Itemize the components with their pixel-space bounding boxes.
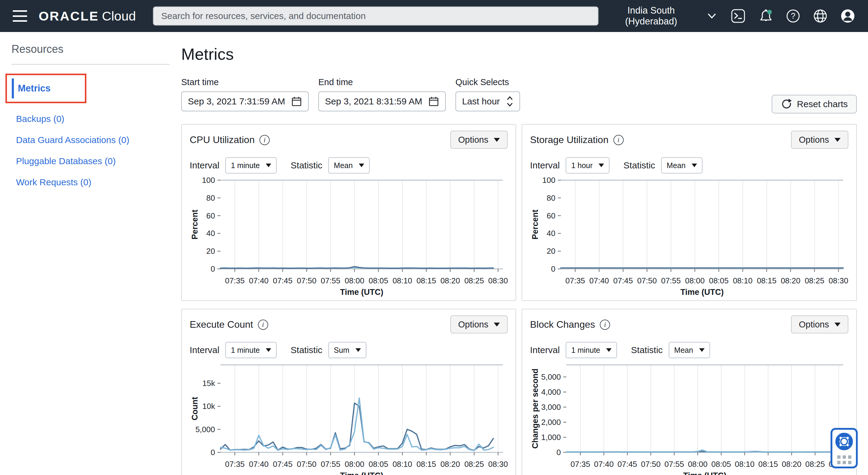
logo-cloud-text: Cloud <box>102 9 135 23</box>
statistic-value: Mean <box>666 161 686 170</box>
topbar: ORACLECloud India South (Hyderabad) <box>0 0 868 32</box>
svg-text:07:45: 07:45 <box>618 460 637 469</box>
user-avatar-icon[interactable] <box>840 8 855 24</box>
svg-text:08:10: 08:10 <box>735 460 754 469</box>
caret-down-icon <box>355 348 361 352</box>
svg-text:07:40: 07:40 <box>249 460 269 469</box>
svg-text:40: 40 <box>206 229 215 238</box>
calendar-icon[interactable] <box>428 96 439 107</box>
svg-text:Time (UTC): Time (UTC) <box>340 287 383 297</box>
help-icon[interactable]: ? <box>786 9 800 23</box>
search-input[interactable] <box>153 6 598 26</box>
svg-text:20: 20 <box>206 246 215 256</box>
info-icon[interactable]: i <box>258 319 268 330</box>
svg-text:5,000: 5,000 <box>195 425 215 434</box>
interval-select[interactable]: 1 minute <box>225 342 277 358</box>
svg-text:07:50: 07:50 <box>297 276 316 285</box>
lifebuoy-icon <box>835 433 853 450</box>
hamburger-menu-icon[interactable] <box>13 10 27 22</box>
svg-text:60: 60 <box>206 211 215 220</box>
quick-selects-label: Quick Selects <box>456 77 520 87</box>
svg-text:Time (UTC): Time (UTC) <box>680 287 724 297</box>
statistic-label: Statistic <box>290 160 322 170</box>
chevron-down-icon <box>707 13 716 19</box>
svg-text:08:00: 08:00 <box>345 460 364 469</box>
sidebar-heading: Resources <box>11 43 175 56</box>
options-button[interactable]: Options <box>791 131 848 149</box>
start-time-input[interactable]: Sep 3, 2021 7:31:59 AM <box>181 92 309 111</box>
interval-select[interactable]: 1 minute <box>566 342 617 358</box>
caret-down-icon <box>835 138 840 142</box>
support-help-widget[interactable] <box>831 428 858 468</box>
options-button[interactable]: Options <box>450 131 508 149</box>
calendar-icon[interactable] <box>291 96 302 107</box>
interval-select[interactable]: 1 hour <box>566 157 610 173</box>
svg-text:07:40: 07:40 <box>594 460 614 469</box>
svg-text:07:40: 07:40 <box>249 276 269 285</box>
reset-charts-button[interactable]: Reset charts <box>772 95 857 113</box>
end-time-input[interactable]: Sep 3, 2021 8:31:59 AM <box>318 92 446 111</box>
start-time-group: Start time Sep 3, 2021 7:31:59 AM <box>181 77 309 111</box>
options-button[interactable]: Options <box>450 315 508 334</box>
caret-down-icon <box>699 348 705 352</box>
end-time-group: End time Sep 3, 2021 8:31:59 AM <box>318 77 446 111</box>
svg-text:08:20: 08:20 <box>782 460 801 469</box>
svg-text:0: 0 <box>211 448 215 457</box>
interval-select[interactable]: 1 minute <box>225 157 277 173</box>
svg-text:100: 100 <box>202 176 215 185</box>
svg-text:08:15: 08:15 <box>416 276 436 285</box>
logo-oracle-text: ORACLE <box>39 9 99 23</box>
svg-text:07:55: 07:55 <box>661 276 681 285</box>
sidebar-item-metrics[interactable]: Metrics <box>18 83 51 94</box>
statistic-select[interactable]: Mean <box>661 157 703 173</box>
info-icon[interactable]: i <box>259 135 270 145</box>
sidebar-item-backups[interactable]: Backups (0) <box>16 113 175 124</box>
caret-down-icon <box>494 138 500 142</box>
card-title: CPU Utilization <box>190 134 255 145</box>
quick-selects-group: Quick Selects Last hour <box>456 77 520 111</box>
info-icon[interactable]: i <box>613 135 624 145</box>
caret-down-icon <box>494 323 500 327</box>
options-button[interactable]: Options <box>791 315 848 334</box>
statistic-label: Statistic <box>631 345 663 355</box>
statistic-select[interactable]: Sum <box>328 342 366 358</box>
statistic-select[interactable]: Mean <box>669 342 710 358</box>
svg-text:Changes per second: Changes per second <box>531 369 540 449</box>
cloud-shell-icon[interactable] <box>731 9 745 23</box>
region-selector[interactable]: India South (Hyderabad) <box>598 5 718 27</box>
svg-text:08:05: 08:05 <box>369 460 388 469</box>
caret-down-icon <box>606 348 612 352</box>
sidebar-item-pluggable-databases[interactable]: Pluggable Databases (0) <box>16 156 175 167</box>
svg-text:08:15: 08:15 <box>757 276 776 285</box>
statistic-select[interactable]: Mean <box>328 157 370 173</box>
cpu-utilization-chart[interactable]: 02040608010007:3507:4007:4507:5007:5508:… <box>190 176 508 298</box>
svg-text:5,000: 5,000 <box>541 372 561 381</box>
sidebar-item-data-guard-associations[interactable]: Data Guard Associations (0) <box>16 135 175 145</box>
block-changes-chart[interactable]: 01,0002,0003,0004,0005,00007:3507:4007:4… <box>530 361 848 475</box>
svg-text:80: 80 <box>206 194 215 203</box>
svg-text:08:05: 08:05 <box>369 276 388 285</box>
options-label: Options <box>458 135 488 145</box>
svg-text:1,000: 1,000 <box>541 433 561 442</box>
quick-selects-dropdown[interactable]: Last hour <box>456 92 520 111</box>
sidebar-item-work-requests[interactable]: Work Requests (0) <box>16 177 175 188</box>
svg-text:15k: 15k <box>203 379 215 388</box>
svg-text:4,000: 4,000 <box>541 387 561 397</box>
svg-text:08:20: 08:20 <box>781 276 800 285</box>
execute-count-chart[interactable]: 05,00010k15k07:3507:4007:4507:5007:5508:… <box>190 361 508 475</box>
language-globe-icon[interactable] <box>813 9 828 23</box>
interval-label: Interval <box>530 345 560 355</box>
svg-text:40: 40 <box>547 229 555 238</box>
notifications-bell-icon[interactable] <box>758 8 773 24</box>
interval-label: Interval <box>190 160 219 170</box>
info-icon[interactable]: i <box>600 319 610 330</box>
metric-card-block-changes: Block Changes i Options Interval 1 minut… <box>522 309 857 475</box>
drag-handle-icon[interactable] <box>837 455 851 464</box>
caret-down-icon <box>359 164 364 167</box>
topbar-right-cluster: India South (Hyderabad) <box>598 5 855 27</box>
storage-utilization-chart[interactable]: 02040608010007:3507:4007:4507:5007:5508:… <box>530 176 848 298</box>
spinner-updown-icon[interactable] <box>506 96 514 107</box>
active-indicator-bar <box>12 78 14 98</box>
svg-text:100: 100 <box>542 176 555 185</box>
svg-text:08:25: 08:25 <box>805 276 824 285</box>
